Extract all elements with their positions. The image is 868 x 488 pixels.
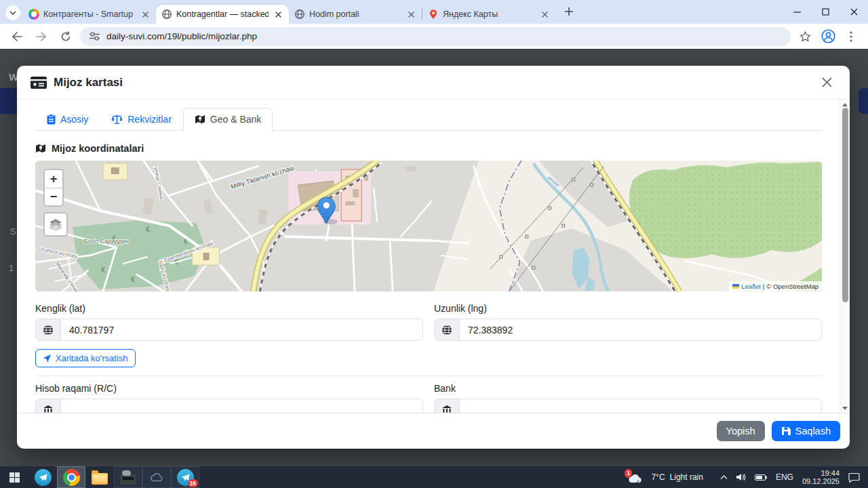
star-icon bbox=[800, 31, 811, 42]
account-label: Hisob raqami (R/C) bbox=[35, 383, 423, 394]
map-zoom-control: + − bbox=[43, 169, 64, 207]
onedrive-cloud-icon bbox=[149, 472, 164, 482]
modal-scrollbar[interactable] bbox=[840, 100, 850, 413]
taskbar-telegram-2[interactable]: 16 bbox=[171, 466, 199, 488]
browser-toolbar: daily-suvi.com/19l/public/mijozlar.php bbox=[0, 24, 868, 49]
bank-label: Bank bbox=[434, 383, 822, 394]
taskbar-file-explorer[interactable] bbox=[85, 466, 114, 488]
lat-input[interactable]: 40.781797 bbox=[61, 319, 422, 340]
browser-menu-button[interactable] bbox=[841, 26, 861, 47]
taskbar-onedrive[interactable] bbox=[142, 466, 171, 488]
tab-search-button[interactable] bbox=[5, 5, 20, 20]
show-on-map-button[interactable]: Xaritada ko'rsatish bbox=[35, 349, 136, 367]
location-arrow-icon bbox=[43, 354, 52, 363]
section-title-wrap: Mijoz koordinatalari bbox=[35, 143, 822, 154]
tab-geo-bank[interactable]: Geo & Bank bbox=[183, 108, 273, 131]
save-button[interactable]: Saqlash bbox=[772, 421, 840, 441]
bookmark-star-button[interactable] bbox=[795, 26, 815, 47]
svg-text:Бобо Садиддин: Бобо Садиддин bbox=[84, 238, 129, 245]
map-location-icon bbox=[35, 143, 46, 154]
taskbar-telegram[interactable] bbox=[28, 466, 57, 488]
lng-field-group: Uzunlik (lng) 72.383892 bbox=[434, 303, 822, 341]
windows-taskbar: 16 1 7°C Light rain ENG 19:44 09.12.2025 bbox=[0, 466, 868, 488]
toolbar-right bbox=[795, 26, 861, 47]
osm-link[interactable]: © OpenStreetMap bbox=[766, 283, 818, 290]
back-arrow-icon bbox=[12, 32, 22, 41]
plus-icon bbox=[565, 7, 573, 16]
show-on-map-label: Xaritada ko'rsatish bbox=[56, 353, 128, 363]
tab-title: Kontragentlar — stacked modal bbox=[176, 9, 269, 19]
bank-input[interactable] bbox=[460, 399, 821, 413]
window-minimize-button[interactable] bbox=[783, 0, 811, 24]
site-info-icon[interactable] bbox=[90, 32, 100, 41]
account-input[interactable] bbox=[61, 399, 422, 413]
map-layers-button[interactable] bbox=[43, 212, 68, 237]
tab-close-icon[interactable] bbox=[273, 9, 283, 20]
battery-icon[interactable] bbox=[755, 474, 767, 481]
backdrop-text-fragment: S bbox=[10, 226, 16, 237]
telegram-unread-badge: 16 bbox=[188, 479, 198, 488]
tab-kontragentlar-active[interactable]: Kontragentlar — stacked modal bbox=[156, 5, 289, 24]
tab-close-icon[interactable] bbox=[406, 9, 416, 20]
leaflet-map[interactable]: Milliy Tiklanish ko'chasi Uzumzor ko'cha… bbox=[35, 161, 822, 291]
layers-icon bbox=[49, 218, 62, 230]
tray-clock[interactable]: 19:44 09.12.2025 bbox=[802, 469, 840, 486]
chrome-icon bbox=[63, 469, 80, 486]
lat-label: Kenglik (lat) bbox=[35, 303, 423, 314]
weather-widget[interactable]: 1 bbox=[627, 471, 642, 483]
tray-expand-chevron[interactable] bbox=[720, 475, 728, 479]
taskbar-chrome[interactable] bbox=[57, 466, 85, 488]
bank-icon bbox=[36, 399, 61, 413]
leaflet-link[interactable]: Leaflet bbox=[741, 283, 761, 290]
window-controls bbox=[783, 0, 868, 24]
tray-time: 19:44 bbox=[802, 469, 840, 478]
action-center-icon[interactable] bbox=[848, 472, 860, 483]
tab-asosiy[interactable]: Asosiy bbox=[35, 108, 100, 131]
weather-temp[interactable]: 7°C bbox=[651, 472, 665, 482]
profile-button[interactable] bbox=[818, 26, 838, 47]
zoom-out-button[interactable]: − bbox=[45, 188, 62, 205]
backdrop-button-fragment bbox=[859, 88, 868, 114]
globe-favicon bbox=[294, 9, 305, 20]
forward-button[interactable] bbox=[31, 26, 52, 47]
three-dots-icon bbox=[850, 31, 852, 42]
weather-desc[interactable]: Light rain bbox=[670, 472, 703, 482]
reload-button[interactable] bbox=[56, 26, 76, 47]
scrollbar-down-arrow[interactable] bbox=[840, 403, 850, 413]
lng-input[interactable]: 72.383892 bbox=[460, 319, 821, 340]
windows-logo-icon bbox=[9, 472, 20, 483]
osm-basemap: Milliy Tiklanish ko'chasi Uzumzor ko'cha… bbox=[35, 161, 822, 291]
file-explorer-icon bbox=[92, 473, 108, 485]
tab-label: Asosiy bbox=[60, 114, 88, 125]
keyboard-language[interactable]: ENG bbox=[776, 472, 793, 482]
back-button[interactable] bbox=[7, 26, 27, 47]
save-label: Saqlash bbox=[795, 426, 831, 436]
tab-title: Контрагенты - Smartup bbox=[43, 9, 136, 19]
new-tab-button[interactable] bbox=[559, 2, 578, 21]
close-modal-button[interactable]: Yopish bbox=[717, 421, 765, 441]
mijoz-kartasi-modal: Mijoz kartasi Asosiy Rekvizitlar bbox=[17, 66, 850, 449]
window-close-button[interactable] bbox=[840, 0, 868, 24]
zoom-in-button[interactable]: + bbox=[45, 170, 62, 188]
start-button[interactable] bbox=[0, 466, 28, 488]
tab-smartup[interactable]: Контрагенты - Smartup bbox=[23, 5, 156, 24]
taskbar-printer-app[interactable] bbox=[114, 466, 142, 488]
tab-label: Geo & Bank bbox=[210, 114, 262, 125]
tab-close-icon[interactable] bbox=[140, 9, 151, 20]
system-tray: 1 7°C Light rain ENG 19:44 09.12.2025 bbox=[627, 469, 868, 486]
printer-icon bbox=[120, 474, 136, 485]
address-bar[interactable]: daily-suvi.com/19l/public/mijozlar.php bbox=[80, 27, 791, 46]
speaker-icon[interactable] bbox=[736, 473, 746, 481]
scrollbar-thumb[interactable] bbox=[842, 108, 848, 302]
window-maximize-button[interactable] bbox=[811, 0, 840, 24]
account-field-group: Hisob raqami (R/C) bbox=[35, 383, 423, 413]
tab-close-icon[interactable] bbox=[539, 9, 550, 20]
tab-yandex-maps[interactable]: Яндекс Карты bbox=[422, 5, 555, 24]
modal-close-button[interactable] bbox=[817, 73, 836, 92]
scales-icon bbox=[111, 114, 123, 125]
tab-hodim-portali[interactable]: Hodim portali bbox=[289, 5, 422, 24]
tab-rekvizitlar[interactable]: Rekvizitlar bbox=[100, 108, 183, 131]
modal-title: Mijoz kartasi bbox=[54, 76, 123, 89]
modal-footer: Yopish Saqlash bbox=[17, 413, 850, 449]
telegram-icon bbox=[35, 469, 52, 486]
